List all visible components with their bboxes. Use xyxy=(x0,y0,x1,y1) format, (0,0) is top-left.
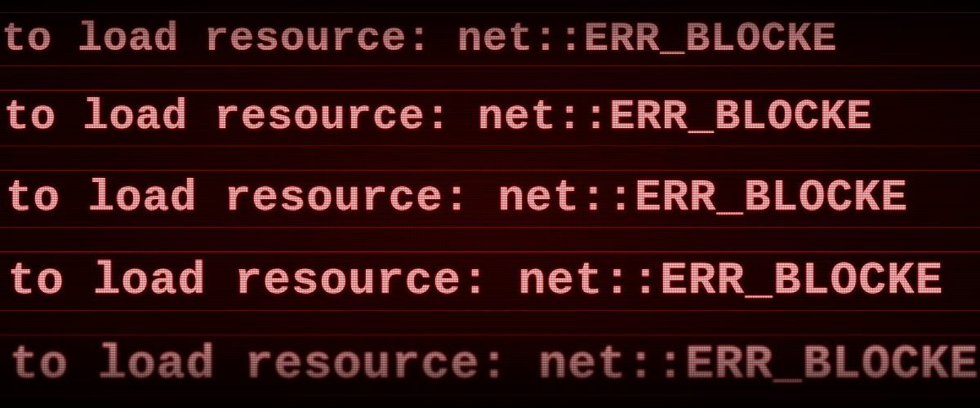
console-error-line: d to load resource: net::ERR_BLOCKE xyxy=(0,170,980,228)
console-error-line: d to load resource: net::ERR_BLOCKE xyxy=(0,90,980,146)
error-console: d to load resource: net::ERR_BLOCKE d to… xyxy=(0,0,980,408)
console-error-line: d to load resource: net::ERR_BLOCKE xyxy=(0,12,980,67)
console-error-line: d to load resource: net::ERR_BLOCKE xyxy=(0,335,980,396)
console-error-line: d to load resource: net::ERR_BLOCKE xyxy=(0,251,980,311)
